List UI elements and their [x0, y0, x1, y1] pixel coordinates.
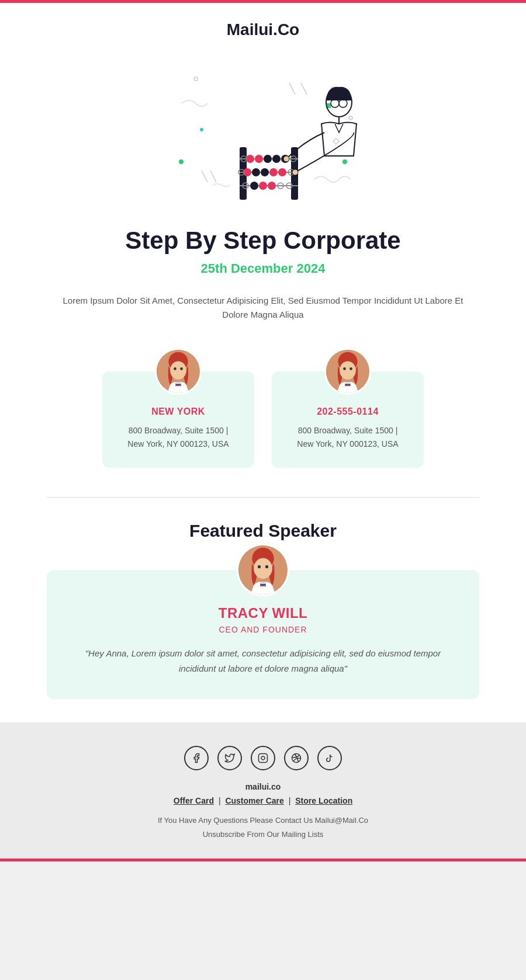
tiktok-icon-button[interactable]: [317, 746, 342, 770]
svg-rect-68: [260, 585, 265, 586]
dribbble-icon-button[interactable]: [284, 746, 309, 770]
svg-rect-60: [345, 385, 350, 387]
svg-point-27: [261, 168, 269, 176]
svg-point-18: [246, 155, 254, 163]
footer-domain: mailui.co: [47, 782, 479, 791]
svg-point-40: [339, 99, 347, 107]
footer-contact: If You Have Any Questions Please Contact…: [47, 814, 479, 841]
svg-point-63: [254, 558, 272, 579]
speaker-card: TRACY WILL CEO AND FOUNDER "Hey Anna, Lo…: [47, 570, 479, 699]
footer: mailui.co Offer Card | Customer Care | S…: [0, 722, 526, 859]
speaker-quote: "Hey Anna, Lorem ipsum dolor sit amet, c…: [82, 646, 444, 676]
svg-point-56: [343, 367, 346, 370]
svg-point-44: [292, 169, 298, 175]
email-container: Mailui.Co: [0, 0, 526, 861]
featured-section: Featured Speaker: [0, 521, 526, 722]
location-title-1: NEW YORK: [120, 406, 237, 417]
location-address-2: 800 Broadway, Suite 1500 | New York, NY …: [289, 424, 406, 450]
svg-point-65: [265, 565, 268, 568]
bottom-bar: [0, 859, 526, 861]
speaker-avatar: [237, 544, 289, 596]
svg-point-33: [259, 182, 267, 190]
svg-point-6: [179, 159, 184, 164]
svg-rect-67: [260, 583, 265, 584]
location-title-2: 202-555-0114: [289, 406, 406, 417]
svg-rect-59: [345, 383, 350, 384]
svg-point-47: [170, 362, 186, 380]
svg-point-5: [342, 159, 347, 164]
person-avatar-1: [157, 350, 200, 393]
footer-links: Offer Card | Customer Care | Store Locat…: [47, 796, 479, 805]
event-title: Step By Step Corporate: [58, 226, 468, 255]
svg-line-10: [210, 171, 216, 182]
speaker-job-title: CEO AND FOUNDER: [82, 625, 444, 634]
svg-point-0: [194, 77, 198, 81]
location-card-2: 202-555-0114 800 Broadway, Suite 1500 | …: [272, 371, 424, 468]
location-avatar-2: [324, 348, 371, 395]
svg-rect-51: [175, 383, 181, 384]
svg-marker-12: [333, 138, 339, 144]
contact-text: If You Have Any Questions Please Contact…: [47, 814, 479, 827]
event-title-section: Step By Step Corporate 25th December 202…: [0, 220, 526, 294]
svg-point-39: [331, 99, 339, 107]
location-cards: NEW YORK 800 Broadway, Suite 1500 | New …: [0, 345, 526, 491]
facebook-icon-button[interactable]: [184, 746, 209, 770]
svg-point-57: [349, 367, 352, 370]
speaker-name: TRACY WILL: [82, 605, 444, 621]
hero-illustration: [0, 45, 526, 220]
svg-point-2: [349, 116, 352, 120]
svg-point-43: [283, 156, 289, 162]
location-address-1: 800 Broadway, Suite 1500 | New York, NY …: [120, 424, 237, 450]
abacus-illustration: [164, 57, 362, 203]
svg-rect-69: [259, 754, 268, 763]
svg-point-49: [180, 367, 183, 370]
section-divider: [47, 497, 479, 498]
featured-title: Featured Speaker: [47, 521, 479, 541]
svg-point-4: [200, 128, 203, 131]
unsubscribe-text: Unsubscribe From Our Mailing Lists: [47, 828, 479, 841]
svg-point-55: [340, 362, 356, 380]
svg-line-7: [289, 83, 295, 95]
social-icons-row: [47, 746, 479, 770]
twitter-icon-button[interactable]: [217, 746, 242, 770]
customer-care-link[interactable]: Customer Care: [225, 796, 283, 805]
svg-rect-52: [175, 385, 181, 387]
svg-point-21: [272, 155, 281, 163]
instagram-icon-button[interactable]: [251, 746, 275, 770]
svg-point-32: [250, 182, 258, 190]
svg-point-64: [258, 565, 261, 568]
location-avatar-1: [155, 348, 202, 395]
offer-card-link[interactable]: Offer Card: [174, 796, 214, 805]
svg-point-28: [269, 168, 278, 176]
svg-point-48: [174, 367, 177, 370]
person-avatar-2: [326, 350, 369, 393]
event-description: Lorem Ipsum Dolor Sit Amet, Consectetur …: [0, 294, 526, 322]
svg-point-20: [264, 155, 272, 163]
link-separator-1: |: [219, 796, 223, 805]
svg-point-26: [252, 168, 260, 176]
svg-point-34: [268, 182, 276, 190]
link-separator-2: |: [289, 796, 293, 805]
speaker-person-avatar: [238, 545, 288, 595]
svg-point-29: [278, 168, 286, 176]
svg-point-19: [255, 155, 263, 163]
store-location-link[interactable]: Store Location: [295, 796, 352, 805]
svg-line-9: [202, 171, 207, 182]
event-date: 25th December 2024: [58, 261, 468, 276]
location-card-1: NEW YORK 800 Broadway, Suite 1500 | New …: [102, 371, 254, 468]
header: Mailui.Co: [0, 3, 526, 45]
logo: Mailui.Co: [12, 20, 514, 39]
svg-line-8: [301, 83, 307, 95]
